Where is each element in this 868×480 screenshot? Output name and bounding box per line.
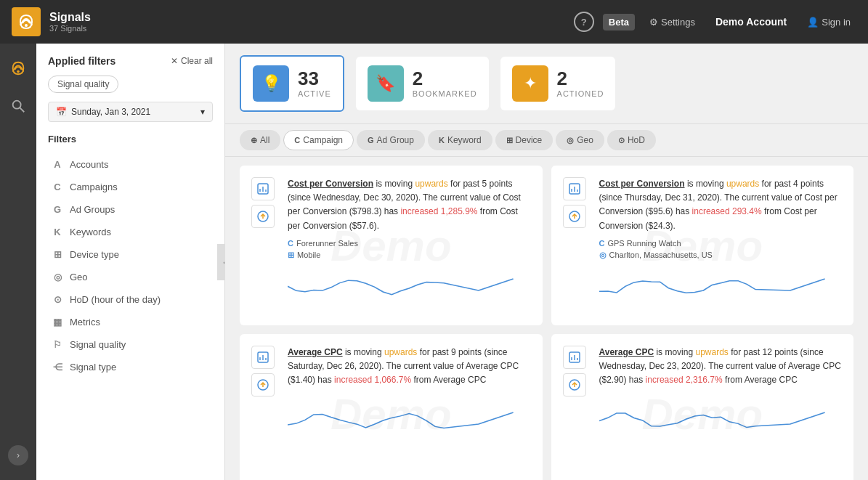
icon-bar-signals[interactable] bbox=[5, 55, 31, 81]
tab-label-hod: HoD bbox=[628, 135, 645, 145]
filter-icon-hod: ⊙ bbox=[51, 294, 64, 305]
sidebar-item-ad-groups[interactable]: GAd Groups bbox=[48, 198, 213, 221]
stat-card-active[interactable]: 💡 33 Active bbox=[240, 55, 344, 112]
settings-button[interactable]: ⚙ Settings bbox=[644, 14, 701, 30]
tab-bar: ⊕AllCCampaignGAd GroupKKeyword⊞Device◎Ge… bbox=[225, 124, 868, 157]
tab-icon-keyword: K bbox=[439, 136, 445, 145]
tab-campaign[interactable]: CCampaign bbox=[283, 130, 354, 150]
chart-view-btn-card3[interactable] bbox=[251, 346, 275, 369]
expand-icon[interactable]: › bbox=[8, 445, 28, 465]
icon-bar-expand[interactable]: › bbox=[5, 442, 31, 468]
content-area: 💡 33 Active 🔖 2 Bookmarked ✦ 2 Actioned … bbox=[225, 44, 868, 480]
main-layout: › Applied filters ✕ Clear all Signal qua… bbox=[0, 44, 868, 480]
stat-label-actioned: Actioned bbox=[557, 89, 604, 98]
card-meta2-card2: ◎Charlton, Massachusetts, US bbox=[599, 251, 843, 260]
app-logo bbox=[12, 7, 41, 36]
action-btn-card3[interactable] bbox=[251, 373, 275, 396]
top-nav: Signals 37 Signals ? Beta ⚙ Settings Dem… bbox=[0, 0, 868, 44]
tab-keyword[interactable]: KKeyword bbox=[428, 130, 492, 150]
chevron-down-icon: ▾ bbox=[200, 107, 205, 117]
action-btn-card4[interactable] bbox=[563, 373, 586, 396]
card-actions-card1 bbox=[251, 177, 275, 228]
filter-icon-accounts: A bbox=[51, 159, 64, 170]
action-btn-card2[interactable] bbox=[563, 205, 586, 228]
svg-line-3 bbox=[20, 107, 24, 112]
card-meta1-card1: CForerunner Sales bbox=[288, 239, 531, 248]
stat-card-actioned[interactable]: ✦ 2 Actioned bbox=[500, 57, 616, 110]
card-metric-card1: Cost per Conversion bbox=[288, 179, 373, 189]
sidebar-item-accounts[interactable]: AAccounts bbox=[48, 153, 213, 176]
card-content-card4: Average CPC is moving upwards for past 1… bbox=[599, 346, 843, 394]
action-btn-card1[interactable] bbox=[251, 205, 275, 228]
settings-icon: ⚙ bbox=[649, 17, 658, 28]
card-chart-card4 bbox=[599, 402, 843, 439]
filter-icon-campaigns: C bbox=[51, 182, 64, 192]
chart-view-btn-card1[interactable] bbox=[251, 177, 275, 200]
filter-icon-device-type: ⊞ bbox=[51, 249, 64, 260]
sidebar-item-device-type[interactable]: ⊞Device type bbox=[48, 243, 213, 266]
card-text-card2: Cost per Conversion is moving upwards fo… bbox=[599, 177, 843, 233]
filter-icon-signal-type: ⋲ bbox=[51, 362, 64, 373]
tab-icon-device: ⊞ bbox=[506, 136, 513, 145]
sidebar-item-keywords[interactable]: KKeywords bbox=[48, 221, 213, 243]
sidebar-item-hod[interactable]: ⊙HoD (hour of the day) bbox=[48, 288, 213, 311]
stat-label-bookmarked: Bookmarked bbox=[413, 89, 477, 98]
calendar-icon: 📅 bbox=[56, 107, 67, 117]
card-chart-card2 bbox=[599, 269, 843, 305]
app-subtitle: 37 Signals bbox=[49, 24, 91, 33]
card-text-card4: Average CPC is moving upwards for past 1… bbox=[599, 346, 843, 388]
collapse-sidebar-button[interactable]: ‹ bbox=[217, 244, 225, 280]
card-metric-card3: Average CPC bbox=[288, 347, 343, 357]
tab-label-campaign: Campaign bbox=[303, 135, 343, 145]
stat-icon-active: 💡 bbox=[253, 65, 289, 102]
tab-geo[interactable]: ◎Geo bbox=[556, 130, 604, 150]
tab-icon-hod: ⊙ bbox=[618, 136, 625, 145]
stat-icon-bookmarked: 🔖 bbox=[368, 65, 404, 102]
signal-card-card4: Demo Average CPC is bbox=[551, 334, 854, 480]
card-increase-card3: 1,066.7% bbox=[374, 375, 411, 385]
signal-card-card3: Demo Average CPC is bbox=[240, 334, 543, 480]
sidebar-item-campaigns[interactable]: CCampaigns bbox=[48, 176, 213, 198]
card-actions-card4 bbox=[563, 346, 586, 396]
filter-icon-geo: ◎ bbox=[51, 272, 64, 282]
card-increase-card4: 2,316.7% bbox=[686, 375, 723, 385]
beta-button[interactable]: Beta bbox=[603, 14, 635, 30]
sidebar-item-metrics[interactable]: ▦Metrics bbox=[48, 311, 213, 333]
clear-icon: ✕ bbox=[171, 56, 178, 66]
app-title-group: Signals 37 Signals bbox=[49, 11, 91, 33]
card-actions-card2 bbox=[563, 177, 586, 228]
card-chart-card3 bbox=[288, 402, 531, 439]
app-title: Signals bbox=[49, 11, 91, 24]
card-meta1-card2: CGPS Running Watch bbox=[599, 239, 843, 248]
chart-view-btn-card2[interactable] bbox=[563, 177, 586, 200]
filter-label-campaigns: Campaigns bbox=[70, 182, 118, 192]
card-increase-card1: 1,285.9% bbox=[441, 206, 478, 216]
date-picker[interactable]: 📅 Sunday, Jan 3, 2021 ▾ bbox=[48, 102, 213, 122]
filter-icon-signal-quality: ⚐ bbox=[51, 339, 64, 350]
sidebar-item-geo[interactable]: ◎Geo bbox=[48, 266, 213, 288]
clear-all-button[interactable]: ✕ Clear all bbox=[171, 56, 213, 66]
icon-bar-telescope[interactable] bbox=[5, 93, 31, 119]
filter-label-hod: HoD (hour of the day) bbox=[70, 294, 161, 305]
sidebar-item-signal-quality[interactable]: ⚐Signal quality bbox=[48, 333, 213, 356]
help-button[interactable]: ? bbox=[574, 12, 594, 32]
demo-account-button[interactable]: Demo Account bbox=[710, 13, 792, 30]
tab-hod[interactable]: ⊙HoD bbox=[607, 130, 656, 150]
cards-grid: Demo Cost per Conversion bbox=[225, 157, 868, 480]
signal-quality-tag[interactable]: Signal quality bbox=[48, 76, 118, 93]
tab-ad-group[interactable]: GAd Group bbox=[357, 130, 425, 150]
tab-device[interactable]: ⊞Device bbox=[495, 130, 553, 150]
sidebar-item-signal-type[interactable]: ⋲Signal type bbox=[48, 356, 213, 378]
signin-button[interactable]: 👤 Sign in bbox=[801, 14, 856, 30]
filter-icon-ad-groups: G bbox=[51, 204, 64, 215]
filter-icon-metrics: ▦ bbox=[51, 317, 64, 328]
applied-filters-label: Applied filters bbox=[48, 55, 115, 67]
tab-label-keyword: Keyword bbox=[447, 135, 482, 145]
chart-view-btn-card4[interactable] bbox=[563, 346, 586, 369]
svg-point-1 bbox=[17, 70, 20, 73]
tab-all[interactable]: ⊕All bbox=[240, 130, 280, 150]
card-meta-card2: CGPS Running Watch◎Charlton, Massachuset… bbox=[599, 239, 843, 260]
stat-card-bookmarked[interactable]: 🔖 2 Bookmarked bbox=[356, 57, 489, 110]
sidebar-header: Applied filters ✕ Clear all bbox=[48, 55, 213, 67]
card-text-card3: Average CPC is moving upwards for past 9… bbox=[288, 346, 531, 388]
